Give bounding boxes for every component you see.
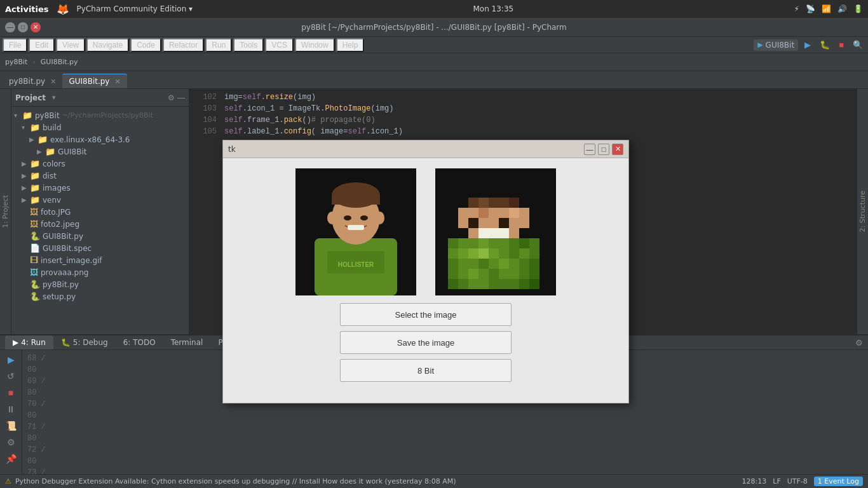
svg-rect-46: [499, 269, 509, 279]
provaaa-png-file-icon: 🖼: [30, 268, 38, 277]
bottom-tab-terminal[interactable]: Terminal: [163, 336, 211, 349]
maximize-button[interactable]: □: [18, 22, 28, 32]
battery-icon: 🔋: [853, 4, 863, 13]
run-button[interactable]: ▶: [802, 39, 813, 51]
app-name[interactable]: PyCharm Community Edition ▾: [77, 4, 193, 13]
tree-item-build[interactable]: ▾ 📁 build: [11, 121, 189, 133]
menu-edit[interactable]: Edit: [29, 38, 55, 52]
stop-button[interactable]: ■: [836, 39, 846, 51]
run-play-btn[interactable]: ▶: [6, 353, 17, 367]
tree-item-exe[interactable]: ▶ 📁 exe.linux-x86_64-3.6: [11, 133, 189, 146]
run-pause-btn[interactable]: ⏸: [4, 402, 17, 416]
event-log-badge[interactable]: 1 Event Log: [814, 477, 863, 486]
tree-item-insert-image-gif[interactable]: ▶ 🎞 insert_image.gif: [11, 254, 189, 266]
8bit-button[interactable]: 8 Bit: [340, 359, 512, 382]
run-pin-btn[interactable]: 📌: [4, 452, 18, 466]
svg-rect-26: [478, 248, 489, 259]
colors-folder-icon: 📁: [30, 159, 40, 168]
exe-folder-icon: 📁: [37, 135, 48, 144]
svg-rect-74: [489, 218, 499, 228]
tree-item-foto-jpg[interactable]: ▶ 🖼 foto.JPG: [11, 206, 189, 218]
tab-gui8bit[interactable]: GUI8Bit.py ✕: [62, 74, 126, 88]
minimize-button[interactable]: —: [5, 22, 15, 32]
tab-py8bit[interactable]: py8Bit.py ✕: [3, 74, 62, 88]
tk-dialog[interactable]: tk — □ ✕ HOLLISTER: [222, 140, 629, 403]
run-configuration[interactable]: ▶ GUI8Bit: [754, 39, 798, 51]
system-bar-left: Activities 🦊 PyCharm Community Edition ▾: [5, 3, 193, 15]
svg-rect-31: [529, 248, 539, 259]
svg-rect-82: [509, 228, 519, 238]
system-clock: Mon 13:35: [473, 4, 513, 13]
breadcrumb-py8bit[interactable]: py8Bit: [5, 58, 27, 66]
menu-run[interactable]: Run: [205, 38, 232, 52]
run-settings-btn[interactable]: ⚙: [5, 435, 17, 449]
svg-rect-10: [348, 225, 364, 230]
close-button[interactable]: ✕: [31, 22, 41, 32]
tree-item-gui8bit-spec[interactable]: ▶ 📄 GUI8Bit.spec: [11, 242, 189, 254]
gui8bit-folder-label: GUI8Bit: [58, 147, 87, 156]
network-icon: 📡: [806, 4, 815, 13]
tree-item-images[interactable]: ▶ 📁 images: [11, 182, 189, 194]
line-code-103: self.icon_1 = ImageTk.PhotoImage(img): [224, 103, 394, 114]
svg-rect-24: [458, 248, 468, 259]
project-panel-dropdown-icon[interactable]: ▾: [52, 93, 56, 102]
tk-maximize-btn[interactable]: □: [598, 144, 609, 155]
svg-rect-30: [519, 248, 529, 259]
menu-tools[interactable]: Tools: [233, 38, 264, 52]
tree-item-provaaa-png[interactable]: ▶ 🖼 provaaa.png: [11, 266, 189, 278]
tree-item-foto2-jpeg[interactable]: ▶ 🖼 foto2.jpeg: [11, 218, 189, 230]
search-everywhere-button[interactable]: 🔍: [850, 39, 865, 51]
gui8bit-folder-icon: 📁: [45, 147, 55, 156]
menu-view[interactable]: View: [56, 38, 85, 52]
svg-rect-27: [489, 248, 499, 259]
tree-item-venv[interactable]: ▶ 📁 venv: [11, 194, 189, 206]
svg-point-9: [360, 215, 368, 220]
debug-button[interactable]: 🐛: [817, 39, 832, 51]
bottom-tab-todo[interactable]: 6: TODO: [116, 336, 163, 349]
menu-window[interactable]: Window: [295, 38, 335, 52]
panel-settings-btn[interactable]: ⚙: [168, 93, 175, 102]
run-output-line-71: 71 / 80: [27, 421, 863, 444]
menu-help[interactable]: Help: [336, 38, 365, 52]
run-stop-btn[interactable]: ■: [6, 386, 15, 400]
tree-item-setup-py[interactable]: ▶ 🐍 setup.py: [11, 290, 189, 302]
run-output-line-72: 72 / 80: [27, 444, 863, 467]
menu-refactor[interactable]: Refactor: [163, 38, 204, 52]
svg-rect-57: [519, 279, 529, 289]
menu-vcs[interactable]: VCS: [265, 38, 294, 52]
save-image-button[interactable]: Save the image: [340, 331, 512, 354]
svg-rect-15: [458, 238, 468, 248]
svg-rect-64: [458, 208, 468, 218]
build-label: build: [43, 123, 62, 132]
tree-item-colors[interactable]: ▶ 📁 colors: [11, 158, 189, 170]
tree-item-py8bit-py[interactable]: ▶ 🐍 py8Bit.py: [11, 278, 189, 290]
tree-item-gui8bit-folder[interactable]: ▶ 📁 GUI8Bit: [11, 146, 189, 158]
svg-point-11: [327, 212, 336, 224]
system-tray: ⚡ 📡 📶 🔊 🔋: [794, 4, 863, 13]
insert-image-gif-label: insert_image.gif: [41, 256, 102, 265]
tree-item-gui8bit-py[interactable]: ▶ 🐍 GUI8Bit.py: [11, 230, 189, 242]
select-image-button[interactable]: Select the image: [340, 303, 512, 326]
activities-button[interactable]: Activities: [5, 4, 49, 14]
run-rerun-btn[interactable]: ↺: [5, 369, 17, 383]
tk-close-btn[interactable]: ✕: [612, 144, 623, 155]
svg-rect-7: [332, 195, 380, 205]
tk-minimize-btn[interactable]: —: [584, 144, 595, 155]
exe-label: exe.linux-x86_64-3.6: [50, 135, 130, 144]
bottom-tab-debug[interactable]: 🐛 5: Debug: [53, 336, 116, 349]
run-scroll-btn[interactable]: 📜: [4, 419, 18, 433]
tree-item-dist[interactable]: ▶ 📁 dist: [11, 170, 189, 182]
menu-file[interactable]: File: [3, 38, 27, 52]
tab-py8bit-close[interactable]: ✕: [50, 78, 56, 86]
bottom-settings-btn[interactable]: ⚙: [855, 338, 863, 348]
tab-gui8bit-close[interactable]: ✕: [114, 78, 120, 86]
breadcrumb-gui8bit[interactable]: GUI8Bit.py: [41, 58, 78, 66]
panel-minimize-btn[interactable]: —: [177, 93, 185, 102]
build-folder-icon: 📁: [30, 123, 40, 132]
menu-code[interactable]: Code: [130, 38, 161, 52]
menu-navigate[interactable]: Navigate: [86, 38, 129, 52]
svg-rect-81: [499, 228, 509, 238]
tree-item-root[interactable]: ▾ 📁 py8Bit ~/PycharmProjects/py8Bit: [11, 109, 189, 121]
dist-arrow-icon: ▶: [22, 172, 28, 179]
bottom-tab-run[interactable]: ▶ 4: Run: [5, 336, 53, 349]
